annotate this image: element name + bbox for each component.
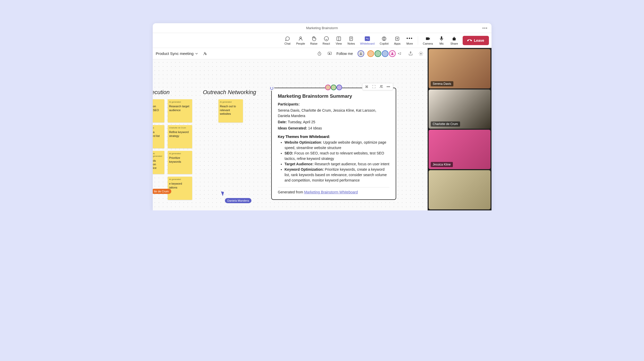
sticky-tag: AI generated [220,101,241,103]
mic-label: Mic [439,42,444,45]
loop-badge-icon [269,86,274,91]
view-icon [336,36,342,42]
sticky-note[interactable]: AI generated Prioritize keywords [168,151,192,174]
settings-icon[interactable] [417,50,425,57]
video-name-label: Charlotte de Crum [431,121,460,127]
mic-button[interactable]: Mic [435,35,448,46]
avatar[interactable] [382,50,388,57]
cursor-label-orange: tte de Crum [153,189,171,194]
copilot-label: Copilot [380,42,388,45]
camera-icon [425,36,431,42]
video-tile[interactable]: Charlotte de Crum [429,89,490,129]
sticky-note[interactable]: AI generated Reach out to relevant websi… [218,99,243,122]
summary-card[interactable]: ⌘ ⛶ ••• Marketing Brainstorm Summary Par… [271,88,396,200]
sticky-note[interactable]: AI generated e keyword iations [168,177,192,200]
react-icon [324,36,329,42]
sticky-text: Prioritize keywords [169,156,181,163]
camera-button[interactable]: Camera [420,35,435,46]
window-title: Marketing Brainstorm [306,26,338,30]
share-button[interactable]: Share [448,35,460,46]
svg-point-1 [324,36,328,41]
avatar-overflow[interactable]: +2 [398,52,401,55]
video-tile[interactable]: Serena Davis [429,49,490,88]
video-tile[interactable]: Jessica Kline [429,130,490,169]
people-button[interactable]: People [294,35,308,46]
sticky-note[interactable]: AI generated Research target audience [168,99,192,122]
meeting-toolbar: Chat People Raise React View Notes White… [153,33,492,48]
sticky-tag: Charlotte de Crum [169,127,191,129]
svg-point-16 [360,52,361,54]
theme-item: Keyword Optimization: Prioritize keyword… [285,167,389,183]
avatar[interactable] [367,50,374,57]
access-icon[interactable] [201,50,208,57]
sticky-tag [153,101,163,103]
card-avatars [325,85,342,90]
cursor-label-blue: Daniela Mandera [225,198,252,203]
leave-button[interactable]: Leave [463,36,489,45]
timer-icon[interactable] [316,50,323,57]
more-button[interactable]: ••• More [403,35,416,46]
copilot-icon [381,36,387,42]
sticky-tag: AI generated [153,152,163,158]
chat-button[interactable]: Chat [281,35,294,46]
whiteboard-icon [365,36,370,42]
present-icon[interactable] [326,50,333,57]
ideas-line: Ideas Generated: 14 Ideas [278,126,389,131]
tool-people-icon[interactable] [379,84,384,89]
sticky-note[interactable]: Charlotte de Crum Refine keyword strateg… [168,125,192,148]
sticky-note[interactable]: a a rd list [153,125,164,148]
tool-crop-icon[interactable]: ⛶ [372,84,376,89]
video-name-label: Serena Davis [431,81,453,86]
sticky-tag: AI generated [169,101,191,103]
titlebar-more-icon[interactable]: ••• [482,26,488,30]
apps-button[interactable]: Apps [391,35,403,46]
avatar[interactable] [358,50,364,57]
toolbar-divider [418,36,418,45]
video-name-label: Jessica Kline [431,162,453,167]
theme-item: Target Audience: Research target audienc… [285,161,389,167]
chat-label: Chat [284,42,290,45]
more-label: More [406,42,413,45]
titlebar: Marketing Brainstorm ••• [153,23,492,33]
react-label: React [323,42,330,45]
apps-label: Apps [394,42,401,45]
whiteboard-button[interactable]: Whiteboard [358,35,377,46]
avatar [331,85,336,90]
avatar[interactable] [389,50,396,57]
svg-point-18 [420,53,421,54]
svg-point-21 [382,85,383,86]
video-sidebar: Serena Davis Charlotte de Crum Jessica K… [428,48,492,210]
sticky-text: Research target audience [169,105,189,111]
sticky-note[interactable]: on SEO [153,99,164,122]
raise-label: Raise [310,42,317,45]
notes-button[interactable]: Notes [345,35,358,46]
svg-point-0 [300,37,302,38]
divider [278,187,389,187]
tool-grid-icon[interactable]: ⌘ [365,84,369,89]
more-icon: ••• [407,36,412,42]
share-whiteboard-icon[interactable] [407,50,414,57]
whiteboard-canvas[interactable]: ecution Outreach Networking on SEO a a r… [153,59,428,210]
app-window: Marketing Brainstorm ••• Chat People Rai… [153,23,492,210]
copilot-button[interactable]: Copilot [377,35,391,46]
video-tile[interactable] [429,170,490,210]
summary-title: Marketing Brainstorm Summary [278,93,389,99]
video-feed [429,170,490,210]
whiteboard-source-link[interactable]: Marketing Brainstorm Whiteboard [304,190,358,194]
sticky-note[interactable]: AI generated ds on ice [153,151,164,174]
svg-point-19 [270,87,273,89]
follow-me-button[interactable]: Follow me [336,52,353,56]
apps-icon [394,36,400,42]
sticky-text: e keyword iations [169,182,182,189]
sticky-text: on SEO [153,105,159,111]
avatar[interactable] [375,50,381,57]
react-button[interactable]: React [320,35,333,46]
view-label: View [336,42,342,45]
view-button[interactable]: View [333,35,345,46]
whiteboard-title-dropdown[interactable]: Product Sync meeting [156,51,198,56]
theme-item: Website Optimization: Upgrade website de… [285,140,389,151]
date-line: Date: Tuesday, April 25 [278,119,389,125]
whiteboard-panel: Product Sync meeting Follow me +2 [153,48,428,210]
raise-button[interactable]: Raise [308,35,320,46]
tool-more-icon[interactable]: ••• [386,84,391,89]
